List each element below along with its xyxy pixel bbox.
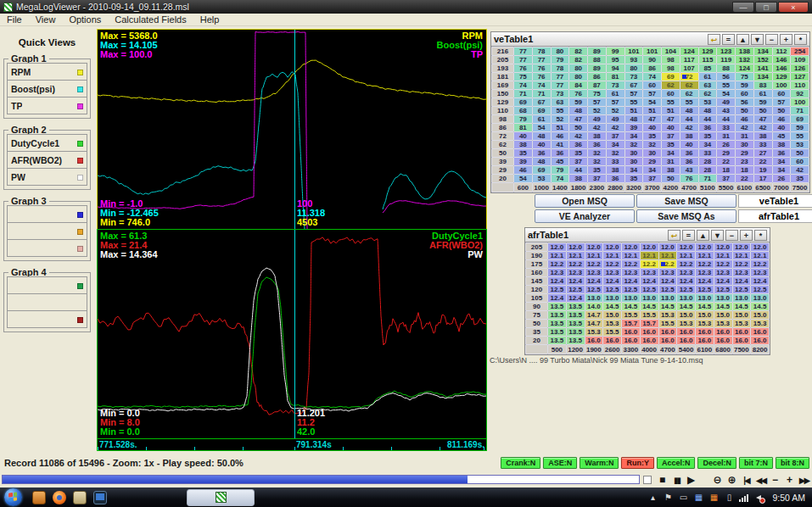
ve-cell[interactable]: 42 bbox=[569, 132, 588, 141]
play-button[interactable]: ▶ bbox=[684, 474, 698, 486]
afr-cell[interactable]: 16.0 bbox=[622, 337, 641, 345]
ve-cell[interactable]: 89 bbox=[588, 47, 607, 56]
ve-cell[interactable]: 74 bbox=[532, 81, 551, 90]
ve-cell[interactable]: 104 bbox=[662, 47, 680, 56]
ve-cell[interactable]: 32 bbox=[606, 149, 624, 158]
afr-cell[interactable]: 12.4 bbox=[585, 277, 603, 286]
afr-cell[interactable]: 12.0 bbox=[677, 243, 696, 252]
ve-cell[interactable]: 80 bbox=[569, 64, 588, 73]
ve-cell[interactable]: 38 bbox=[606, 166, 624, 175]
ve-cell[interactable]: 60 bbox=[736, 90, 754, 98]
ve-cell[interactable]: 55 bbox=[791, 132, 809, 141]
quick-view-item-empty[interactable] bbox=[7, 222, 87, 240]
ve-cell[interactable]: 55 bbox=[662, 98, 680, 107]
afr-cell[interactable]: 12.1 bbox=[732, 252, 751, 260]
afr-cell[interactable]: 16.0 bbox=[751, 337, 770, 345]
ve-cell[interactable]: 50 bbox=[791, 149, 809, 158]
ve-cell[interactable]: 59 bbox=[753, 98, 772, 107]
ve-cell[interactable]: 77 bbox=[551, 81, 569, 90]
ve-cell[interactable]: 41 bbox=[551, 141, 569, 149]
ve-cell[interactable]: 36 bbox=[680, 158, 698, 166]
ve-cell[interactable]: 69 bbox=[532, 107, 551, 115]
afr-cell[interactable]: 12.2 bbox=[732, 260, 751, 269]
ve-cell[interactable]: 55 bbox=[680, 98, 698, 107]
afr-cell[interactable]: 12.5 bbox=[548, 286, 567, 294]
afr-cell[interactable]: 13.5 bbox=[566, 328, 585, 337]
afr-cell[interactable]: 12.0 bbox=[585, 243, 603, 252]
ve-cell[interactable]: 67 bbox=[532, 98, 551, 107]
ve-cell[interactable]: 59 bbox=[569, 98, 588, 107]
afr-cell[interactable]: 12.4 bbox=[640, 277, 658, 286]
ve-cell[interactable]: 33 bbox=[753, 141, 772, 149]
afr-cell[interactable]: 14.5 bbox=[658, 303, 677, 311]
ve-increment-down-button[interactable]: ▼ bbox=[751, 34, 764, 45]
ve-cell[interactable]: 35 bbox=[662, 141, 680, 149]
ve-cell[interactable]: 76 bbox=[569, 90, 588, 98]
ve-cell[interactable]: 71 bbox=[532, 90, 551, 98]
afr-cell[interactable]: 12.2 bbox=[622, 260, 641, 269]
ve-cell[interactable]: 49 bbox=[606, 115, 624, 124]
ve-cell[interactable]: 40 bbox=[662, 124, 680, 132]
ve-cell[interactable]: 56 bbox=[717, 73, 736, 81]
afr-cell[interactable]: 15.3 bbox=[658, 311, 677, 320]
ve-cell[interactable]: 71 bbox=[698, 175, 717, 183]
ve-cell[interactable]: 81 bbox=[514, 124, 533, 132]
ve-cell[interactable]: 77 bbox=[514, 56, 533, 64]
afr-cell[interactable]: 12.0 bbox=[603, 243, 622, 252]
ve-cell[interactable]: 37 bbox=[588, 175, 607, 183]
afr-cell[interactable]: 12.1 bbox=[714, 252, 732, 260]
ve-cell[interactable]: 101 bbox=[643, 47, 662, 56]
ve-cell[interactable]: 100 bbox=[772, 81, 791, 90]
afr-cell[interactable]: 14.5 bbox=[640, 303, 658, 311]
ve-cell[interactable]: 36 bbox=[680, 149, 698, 158]
ve-cell[interactable]: 123 bbox=[717, 47, 736, 56]
ve-cell[interactable]: 43 bbox=[680, 166, 698, 175]
ve-cell[interactable]: 32 bbox=[624, 141, 643, 149]
ve-cell[interactable]: 50 bbox=[569, 124, 588, 132]
ve-cell[interactable]: 46 bbox=[772, 115, 791, 124]
ve-cell[interactable]: 62 bbox=[680, 90, 698, 98]
afr-cell[interactable]: 12.0 bbox=[658, 243, 677, 252]
afr-cell[interactable]: 13.0 bbox=[658, 294, 677, 303]
tray-app-blue-icon[interactable]: ▦ bbox=[693, 493, 703, 502]
ve-cell[interactable]: 78 bbox=[532, 47, 551, 56]
afr-cell[interactable]: 15.0 bbox=[677, 311, 696, 320]
ve-cell[interactable]: 92 bbox=[791, 90, 809, 98]
afr-cell[interactable]: 16.0 bbox=[640, 328, 658, 337]
ve-cell[interactable]: 37 bbox=[717, 175, 736, 183]
ve-cell[interactable]: 46 bbox=[736, 115, 754, 124]
ve-cell[interactable]: 63 bbox=[551, 98, 569, 107]
ve-cell[interactable]: 36 bbox=[698, 124, 717, 132]
ve-cell[interactable]: 34 bbox=[624, 132, 643, 141]
ve-cell[interactable]: 32 bbox=[643, 141, 662, 149]
graph-bottom[interactable]: Max = 61.3Max = 21.4Max = 14.364 DutyCyc… bbox=[97, 229, 487, 439]
afr-cell[interactable]: 12.4 bbox=[696, 277, 714, 286]
ve-cell[interactable]: 77 bbox=[551, 73, 569, 81]
afr-cell[interactable]: 12.1 bbox=[622, 252, 641, 260]
afr-cell[interactable]: 12.2 bbox=[585, 260, 603, 269]
ve-cell[interactable]: 54 bbox=[514, 175, 533, 183]
ve-cell[interactable]: 61 bbox=[606, 90, 624, 98]
ve-cell[interactable]: 44 bbox=[698, 115, 717, 124]
taskbar-app-orange-icon[interactable] bbox=[32, 491, 46, 504]
ve-cell[interactable]: 74 bbox=[514, 81, 533, 90]
stop-button[interactable]: ■ bbox=[655, 474, 669, 486]
ve-analyzer-button[interactable]: VE Analyzer bbox=[535, 209, 635, 223]
afr-cell[interactable]: 12.5 bbox=[677, 286, 696, 294]
ve-cell[interactable]: 88 bbox=[717, 64, 736, 73]
ve-cell[interactable]: 138 bbox=[736, 47, 754, 56]
afr-cell[interactable]: 14.5 bbox=[714, 303, 732, 311]
afr-cell[interactable]: 15.5 bbox=[658, 320, 677, 328]
quick-view-item-empty[interactable] bbox=[7, 293, 87, 311]
ve-cell[interactable]: 75 bbox=[588, 90, 607, 98]
ve-cell[interactable]: 74 bbox=[551, 175, 569, 183]
afr-cell[interactable]: 12.2 bbox=[548, 260, 567, 269]
ve-cell[interactable]: 34 bbox=[643, 166, 662, 175]
ve-cell[interactable]: 42 bbox=[791, 166, 809, 175]
ve-cell[interactable]: 36 bbox=[588, 141, 607, 149]
ve-cell[interactable]: 47 bbox=[753, 115, 772, 124]
afr-cell[interactable]: 12.1 bbox=[566, 252, 585, 260]
ve-cell[interactable]: 76 bbox=[532, 64, 551, 73]
ve-cell[interactable]: 38 bbox=[680, 132, 698, 141]
quick-view-item-dutycycle1[interactable]: DutyCycle1 bbox=[7, 134, 87, 152]
